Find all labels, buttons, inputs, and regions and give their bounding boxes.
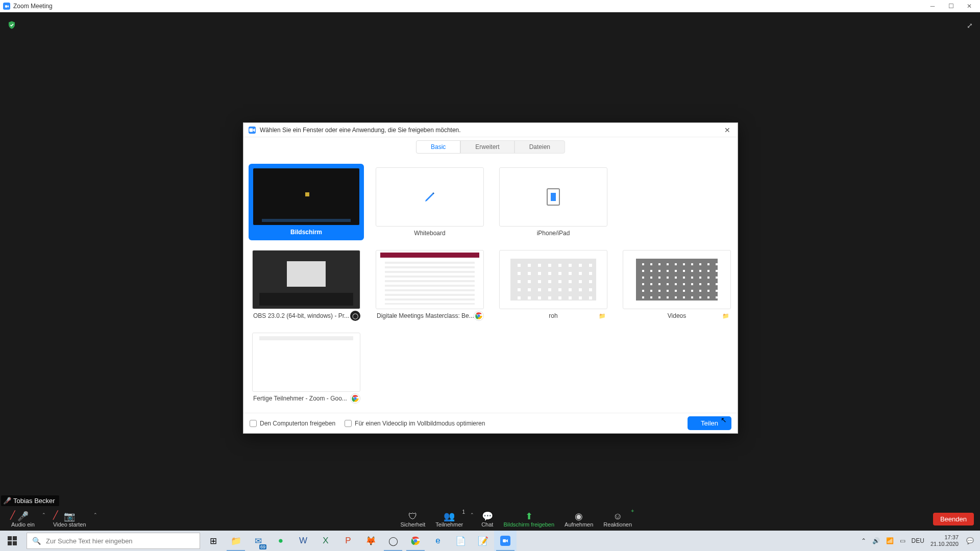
svg-rect-9 (13, 541, 17, 545)
obs-app-icon: ◯ (350, 311, 360, 321)
reactions-icon: ☺ (613, 511, 622, 521)
share-option-label: Whiteboard (373, 227, 487, 240)
taskbar-app-explorer[interactable]: 📁 (225, 531, 247, 551)
share-option-label: Videos 📁 (620, 309, 734, 322)
plus-icon: + (631, 508, 634, 514)
window-minimize-button[interactable]: ─ (929, 3, 936, 10)
tab-basic[interactable]: Basic (416, 140, 460, 154)
dialog-close-button[interactable]: ✕ (722, 126, 732, 134)
participants-menu-caret[interactable]: ⌃ (468, 510, 476, 528)
task-view-button[interactable]: ⊞ (202, 531, 225, 551)
tray-battery-icon[interactable]: ▭ (900, 537, 905, 544)
chrome-app-icon (350, 393, 360, 404)
meeting-controls: 🎤 Audio ein ╱ ⌃ 📷 Video starten ╱ ⌃ 🛡 Si… (0, 507, 980, 531)
tray-datetime[interactable]: 17:37 21.10.2020 (930, 534, 959, 547)
svg-rect-8 (8, 541, 12, 545)
video-label: Video starten (53, 521, 86, 528)
taskbar-app-firefox[interactable]: 🦊 (359, 531, 382, 551)
window-preview (376, 250, 484, 309)
tray-overflow-icon[interactable]: ⌃ (861, 537, 866, 544)
tray-time: 17:37 (930, 534, 959, 541)
tray-language[interactable]: DEU (912, 537, 924, 544)
share-label: Bildschirm freigeben (503, 521, 554, 528)
share-option-label: roh 📁 (496, 309, 610, 322)
tab-advanced[interactable]: Erweitert (460, 140, 514, 154)
video-button[interactable]: 📷 Video starten ╱ (48, 511, 91, 528)
start-button[interactable] (0, 531, 24, 551)
taskbar-app-wordpad[interactable]: 📝 (472, 531, 494, 551)
taskbar-app-zoom[interactable] (494, 531, 517, 551)
dialog-tabs: Basic Erweitert Dateien (243, 137, 738, 157)
checkbox-label: Für einen Videoclip im Vollbildmodus opt… (355, 420, 485, 427)
tray-wifi-icon[interactable]: 📶 (886, 537, 894, 544)
window-close-button[interactable]: ✕ (966, 3, 973, 10)
share-option-explorer-videos[interactable]: Videos 📁 (619, 246, 734, 323)
share-screen-icon: ⬆ (525, 511, 533, 521)
svg-rect-0 (5, 5, 7, 8)
svg-point-5 (354, 397, 356, 399)
reactions-button[interactable]: ☺ + Reaktionen (598, 510, 637, 528)
window-preview (623, 250, 731, 309)
record-button[interactable]: ◉ Aufnehmen (559, 510, 598, 528)
share-option-obs[interactable]: OBS 23.0.2 (64-bit, windows) - Pr... ◯ (249, 246, 364, 323)
chrome-app-icon (474, 311, 484, 321)
window-maximize-button[interactable]: ☐ (947, 3, 954, 10)
svg-rect-7 (13, 536, 17, 540)
svg-rect-1 (249, 128, 253, 132)
audio-menu-caret[interactable]: ⌃ (40, 510, 48, 528)
video-menu-caret[interactable]: ⌃ (91, 510, 100, 528)
checkbox-optimize-video[interactable]: Für einen Videoclip im Vollbildmodus opt… (345, 420, 485, 427)
taskbar-app-chrome[interactable] (404, 531, 427, 551)
encryption-shield-icon[interactable] (7, 20, 16, 30)
folder-icon: 📁 (597, 311, 607, 321)
share-option-chrome-teilnehmer[interactable]: Fertige Teilnehmer - Zoom - Goo... (249, 329, 364, 406)
reactions-label: Reaktionen (603, 521, 632, 528)
chat-label: Chat (481, 521, 493, 528)
share-option-label: Digitale Meetings Masterclass: Be... (373, 309, 487, 322)
chat-icon: 💬 (482, 511, 493, 521)
mic-muted-icon: 🎤 (17, 511, 29, 521)
tray-volume-icon[interactable]: 🔊 (872, 537, 880, 544)
record-label: Aufnehmen (565, 521, 593, 528)
iphone-preview (499, 167, 607, 227)
fullscreen-icon[interactable]: ⤢ (967, 21, 973, 30)
chat-button[interactable]: 💬 Chat (476, 510, 498, 528)
search-icon: 🔍 (32, 537, 41, 545)
taskbar-app-edge[interactable]: e (427, 531, 449, 551)
svg-point-11 (414, 539, 418, 543)
tray-notifications-icon[interactable]: 💬 (965, 536, 975, 546)
share-screen-button[interactable]: ⬆ Bildschirm freigeben (498, 510, 559, 528)
security-button[interactable]: 🛡 Sicherheit (395, 510, 430, 528)
share-option-explorer-roh[interactable]: roh 📁 (496, 246, 611, 323)
folder-icon: 📁 (721, 311, 731, 321)
window-preview (252, 250, 360, 309)
taskbar-app-excel[interactable]: X (314, 531, 337, 551)
tray-date: 21.10.2020 (930, 541, 959, 547)
taskbar-app-powerpoint[interactable]: P (337, 531, 359, 551)
taskbar-app-spotify[interactable]: ● (270, 531, 292, 551)
taskbar-search[interactable]: 🔍 Zur Suche Text hier eingeben (27, 533, 200, 549)
share-button[interactable]: Teilen (688, 416, 731, 430)
audio-button[interactable]: 🎤 Audio ein ╱ (6, 511, 40, 528)
camera-off-icon: 📷 (64, 511, 75, 521)
security-label: Sicherheit (400, 521, 425, 528)
tab-files[interactable]: Dateien (514, 140, 565, 154)
taskbar-app-notepad[interactable]: 📄 (449, 531, 472, 551)
share-option-chrome-masterclass[interactable]: Digitale Meetings Masterclass: Be... (372, 246, 487, 323)
audio-label: Audio ein (11, 521, 35, 528)
record-icon: ◉ (575, 511, 583, 521)
share-option-label: OBS 23.0.2 (64-bit, windows) - Pr... ◯ (249, 309, 363, 322)
shield-icon: 🛡 (408, 511, 418, 521)
taskbar-app-obs[interactable]: ◯ (382, 531, 404, 551)
taskbar-app-word[interactable]: W (292, 531, 314, 551)
taskbar-app-mail[interactable]: ✉69 (247, 531, 270, 551)
end-meeting-button[interactable]: Beenden (933, 513, 974, 525)
checkbox-label: Den Computerton freigeben (260, 420, 335, 427)
share-option-screen[interactable]: Bildschirm (249, 164, 364, 240)
checkbox-share-audio[interactable]: Den Computerton freigeben (250, 420, 335, 427)
share-option-whiteboard[interactable]: Whiteboard (372, 164, 487, 240)
share-option-iphone-ipad[interactable]: iPhone/iPad (496, 164, 611, 240)
participants-button[interactable]: 👥 1 Teilnehmer (430, 510, 468, 528)
svg-rect-6 (8, 536, 12, 540)
window-preview (499, 250, 607, 309)
